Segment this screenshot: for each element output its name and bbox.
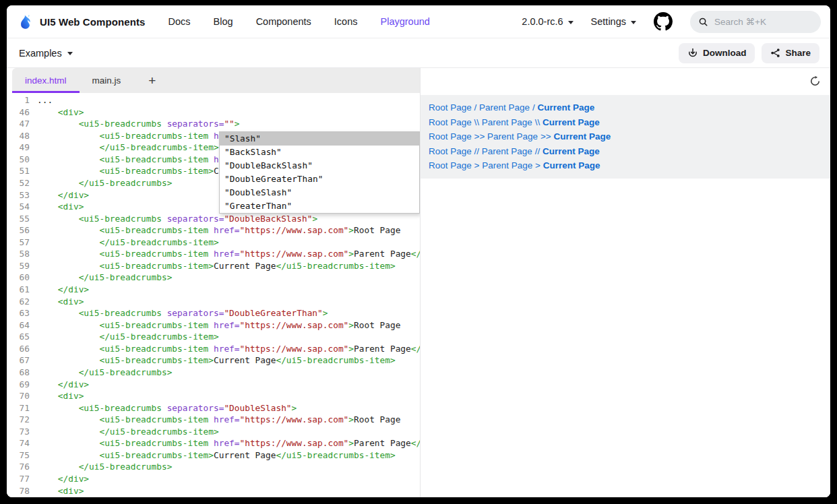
download-icon xyxy=(687,48,698,59)
breadcrumb-separator: / xyxy=(472,102,479,113)
download-button[interactable]: Download xyxy=(679,43,755,63)
chevron-down-icon xyxy=(631,21,636,24)
breadcrumb-link[interactable]: Root Page xyxy=(429,102,472,113)
code-line: 65 </ui5-breadcrumbs-item> xyxy=(12,331,420,343)
code-line: 74 <ui5-breadcrumbs-item href="https://w… xyxy=(12,437,420,449)
breadcrumb-current-page: Current Page xyxy=(542,146,600,156)
breadcrumb-link[interactable]: Parent Page xyxy=(479,102,530,113)
nav-link-playground[interactable]: Playground xyxy=(381,16,430,27)
breadcrumb-current-page: Current Page xyxy=(537,102,594,113)
playground-main: index.htmlmain.js + 1...46 <div>47 <ui5-… xyxy=(7,68,830,497)
code-line: 76 </ui5-breadcrumbs> xyxy=(12,461,420,473)
line-number: 58 xyxy=(12,248,30,260)
examples-label: Examples xyxy=(19,48,62,59)
breadcrumb-current-page: Current Page xyxy=(553,131,611,141)
code-line: 47 <ui5-breadcrumbs separators=""> xyxy=(12,118,420,130)
code-line: 59 <ui5-breadcrumbs-item>Current Page</u… xyxy=(12,260,420,272)
code-line: 71 <ui5-breadcrumbs separators="DoubleSl… xyxy=(12,402,420,414)
code-editor-pane: index.htmlmain.js + 1...46 <div>47 <ui5-… xyxy=(12,68,420,497)
settings-label: Settings xyxy=(591,16,626,27)
code-line: 73 </ui5-breadcrumbs-item> xyxy=(12,426,420,438)
code-line: 77 </div> xyxy=(12,473,420,485)
breadcrumb-row: Root Page / Parent Page / Current Page xyxy=(421,100,830,115)
line-number: 75 xyxy=(12,449,30,462)
new-tab-button[interactable]: + xyxy=(139,68,165,93)
breadcrumb-link[interactable]: Root Page xyxy=(429,160,472,170)
github-link[interactable] xyxy=(654,12,673,31)
line-number: 61 xyxy=(12,284,30,296)
preview-topbar xyxy=(421,68,830,95)
autocomplete-item[interactable]: "DoubleBackSlash" xyxy=(220,159,419,172)
code-line: 75 <ui5-breadcrumbs-item>Current Page</u… xyxy=(12,449,420,462)
preview-pane: Root Page / Parent Page / Current PageRo… xyxy=(420,68,830,497)
breadcrumb-link[interactable]: Parent Page xyxy=(482,160,532,170)
line-number: 78 xyxy=(12,485,30,497)
main-nav: DocsBlogComponentsIconsPlayground xyxy=(168,16,430,27)
code-line: 61 </div> xyxy=(12,284,420,296)
breadcrumb-link[interactable]: Root Page xyxy=(429,117,472,127)
settings-menu[interactable]: Settings xyxy=(591,16,636,27)
breadcrumb-separator: / xyxy=(530,102,537,113)
line-number: 70 xyxy=(12,390,30,402)
download-label: Download xyxy=(703,48,747,58)
breadcrumb-link[interactable]: Root Page xyxy=(429,146,472,156)
line-number: 68 xyxy=(12,367,30,379)
editor-tab-main.js[interactable]: main.js xyxy=(80,68,134,93)
breadcrumb-separator: > xyxy=(472,160,482,170)
examples-menu[interactable]: Examples xyxy=(19,48,73,59)
autocomplete-item[interactable]: "DoubleSlash" xyxy=(220,186,419,199)
line-number: 71 xyxy=(12,402,30,414)
line-number: 51 xyxy=(12,165,30,177)
breadcrumb-row: Root Page >> Parent Page >> Current Page xyxy=(421,129,830,144)
line-number: 1 xyxy=(12,94,30,106)
line-number: 69 xyxy=(12,379,30,391)
share-icon xyxy=(770,48,780,58)
breadcrumb-link[interactable]: Parent Page xyxy=(482,146,532,156)
nav-link-components[interactable]: Components xyxy=(256,16,311,27)
autocomplete-item[interactable]: "Slash" xyxy=(220,132,419,146)
line-number: 66 xyxy=(12,343,30,355)
editor-tab-index.html[interactable]: index.html xyxy=(12,68,80,93)
autocomplete-item[interactable]: "GreaterThan" xyxy=(220,199,419,213)
nav-link-docs[interactable]: Docs xyxy=(168,16,191,27)
autocomplete-item[interactable]: "BackSlash" xyxy=(220,146,419,159)
code-line: 60 </ui5-breadcrumbs> xyxy=(12,272,420,284)
line-number: 62 xyxy=(12,296,30,308)
line-number: 48 xyxy=(12,130,30,142)
code-line: 55 <ui5-breadcrumbs separators="DoubleBa… xyxy=(12,213,420,225)
share-button[interactable]: Share xyxy=(762,43,819,63)
nav-link-icons[interactable]: Icons xyxy=(334,16,358,27)
autocomplete-item[interactable]: "DoubleGreaterThan" xyxy=(220,172,419,186)
breadcrumbs-preview: Root Page / Parent Page / Current PageRo… xyxy=(421,95,830,179)
refresh-button[interactable] xyxy=(809,75,821,87)
breadcrumb-separator: // xyxy=(472,146,482,156)
code-line: 69 </div> xyxy=(12,379,420,391)
line-number: 49 xyxy=(12,141,30,154)
line-number: 56 xyxy=(12,224,30,237)
breadcrumb-row: Root Page > Parent Page > Current Page xyxy=(421,158,830,173)
brand-title: UI5 Web Components xyxy=(40,16,146,28)
breadcrumb-link[interactable]: Root Page xyxy=(429,131,472,141)
breadcrumb-link[interactable]: Parent Page xyxy=(487,131,538,141)
breadcrumb-separator: \\ xyxy=(532,117,542,127)
line-number: 74 xyxy=(12,437,30,449)
ui5-flame-logo-icon xyxy=(16,13,34,31)
breadcrumb-link[interactable]: Parent Page xyxy=(482,117,532,127)
home-link[interactable]: UI5 Web Components xyxy=(16,13,146,31)
line-number: 53 xyxy=(12,189,30,201)
share-label: Share xyxy=(785,48,811,58)
line-number: 73 xyxy=(12,426,30,438)
line-number: 63 xyxy=(12,307,30,319)
version-selector[interactable]: 2.0.0-rc.6 xyxy=(522,16,573,27)
code-editor[interactable]: 1...46 <div>47 <ui5-breadcrumbs separato… xyxy=(12,93,420,497)
code-line: 72 <ui5-breadcrumbs-item href="https://w… xyxy=(12,414,420,426)
line-number: 77 xyxy=(12,473,30,485)
line-number: 50 xyxy=(12,154,30,166)
chevron-down-icon xyxy=(67,52,73,55)
search-icon xyxy=(698,17,708,27)
breadcrumb-separator: > xyxy=(532,160,542,170)
editor-tab-bar: index.htmlmain.js + xyxy=(12,68,420,93)
breadcrumb-row: Root Page // Parent Page // Current Page xyxy=(421,144,830,159)
nav-link-blog[interactable]: Blog xyxy=(214,16,233,27)
search-input[interactable]: Search ⌘+K xyxy=(690,11,821,33)
